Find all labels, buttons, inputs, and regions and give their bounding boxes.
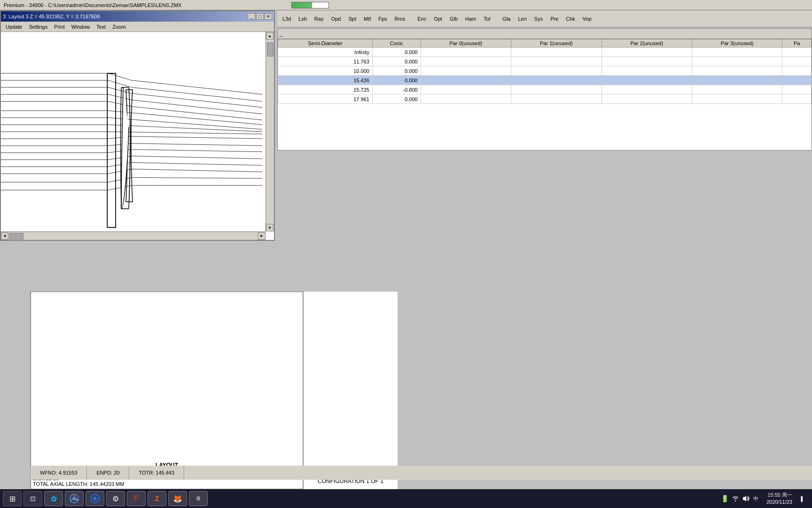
cell-semi-diameter: 15.426 xyxy=(278,76,373,85)
task-view-button[interactable]: ⊡ xyxy=(23,491,42,506)
battery-icon[interactable]: 🔋 xyxy=(721,495,729,502)
cell-par4 xyxy=(782,76,812,85)
cell-par2 xyxy=(601,76,692,85)
chrome-button[interactable] xyxy=(65,491,84,506)
toolbar-btn-spt[interactable]: Spt xyxy=(345,14,359,24)
toolbar-btn-opd[interactable]: Opd xyxy=(328,14,344,24)
svg-point-57 xyxy=(93,497,97,500)
lower-right-panel xyxy=(398,292,812,489)
col-par3: Par 3(unused) xyxy=(692,40,782,48)
col-conic: Conic xyxy=(372,40,421,48)
cell-par3 xyxy=(692,95,782,104)
toolbar-btn-lsh[interactable]: Lsh xyxy=(295,14,310,24)
toolbar-btn-tol[interactable]: Tol xyxy=(480,14,493,24)
progress-bar-container xyxy=(291,2,329,8)
toolbar-btn-glb[interactable]: Glb xyxy=(446,14,461,24)
toolbar-btn-rms[interactable]: Rms xyxy=(391,14,409,24)
fox-button[interactable]: 🦊 xyxy=(168,491,187,506)
table-row[interactable]: Infinity0.000 xyxy=(278,48,812,57)
menu-window[interactable]: Window xyxy=(69,22,93,32)
toolbar-btn-chk[interactable]: Chk xyxy=(562,14,578,24)
table-row[interactable]: 15.4260.000 xyxy=(278,76,812,85)
layout-menubar: Update Settings Print Window Text Zoom xyxy=(1,22,274,32)
maximize-button[interactable]: □ xyxy=(256,13,264,20)
start-button[interactable]: ⊞ xyxy=(3,491,22,506)
svg-point-55 xyxy=(72,497,76,500)
totr-status: TOTR: 145.443 xyxy=(129,466,184,480)
scroll-down-button[interactable]: ▼ xyxy=(266,224,273,231)
cell-par0 xyxy=(421,57,511,66)
table-row[interactable]: 17.9610.000 xyxy=(278,95,812,104)
scroll-thumb-v[interactable] xyxy=(267,42,273,56)
cell-par2 xyxy=(601,66,692,76)
menu-zoom[interactable]: Zoom xyxy=(109,22,128,32)
data-table-header: _ xyxy=(278,29,812,39)
menu-update[interactable]: Update xyxy=(3,22,25,32)
show-desktop-icon[interactable]: ▌ xyxy=(799,495,806,502)
toolbar-btn-len[interactable]: Len xyxy=(515,14,530,24)
toolbar-btn-ray[interactable]: Ray xyxy=(311,14,327,24)
cell-par0 xyxy=(421,66,511,76)
settings-taskbar-button[interactable]: ⚙ xyxy=(106,491,125,506)
toolbar-btn-l3d[interactable]: L3d xyxy=(279,14,294,24)
cell-par3 xyxy=(692,76,782,85)
menu-print[interactable]: Print xyxy=(51,22,68,32)
scroll-thumb-h[interactable] xyxy=(9,233,23,239)
cell-conic: -0.800 xyxy=(372,85,421,95)
powerpoint-button[interactable]: P xyxy=(127,491,146,506)
svg-line-36 xyxy=(108,163,132,167)
table-row[interactable]: 15.725-0.800 xyxy=(278,85,812,95)
minimize-button[interactable]: _ xyxy=(248,13,255,20)
cell-par3 xyxy=(692,66,782,76)
ime-icon[interactable]: 中 xyxy=(752,495,760,502)
zemax-button[interactable]: Z xyxy=(148,491,166,506)
menu-settings[interactable]: Settings xyxy=(26,22,50,32)
toolbar-btn-ham[interactable]: Ham xyxy=(462,14,479,24)
enpd-status: ENPD: 20 xyxy=(87,466,129,480)
scroll-right-button[interactable]: ► xyxy=(258,232,265,240)
axial-length: TOTAL AXIAL LENGTH: 145.44203 MM xyxy=(33,481,301,487)
taskbar-clock[interactable]: 15:55 周一 2020/11/23 xyxy=(763,492,796,506)
minimize-icon[interactable]: _ xyxy=(280,31,282,37)
toolbar-btn-opt[interactable]: Opt xyxy=(430,14,445,24)
cell-conic: 0.000 xyxy=(372,57,421,66)
toolbar-btn-pre[interactable]: Pre xyxy=(547,14,562,24)
lower-right-info: LENS.ZMX CONFIGURATION 1 OF 1 xyxy=(304,292,398,489)
scroll-left-button[interactable]: ◄ xyxy=(1,232,8,240)
cell-par4 xyxy=(782,57,812,66)
layout-vertical-scrollbar[interactable]: ▲ ▼ xyxy=(265,32,274,231)
cell-conic: 0.000 xyxy=(372,48,421,57)
svg-line-14 xyxy=(132,106,262,120)
data-table-window: _ Semi-Diameter Conic Par 0(unused) Par … xyxy=(277,28,812,151)
menu-text[interactable]: Text xyxy=(94,22,109,32)
table-row[interactable]: 11.7630.000 xyxy=(278,57,812,66)
cortana-button[interactable]: ✿ xyxy=(44,491,63,506)
wfno-status: WFNO: 4.91553 xyxy=(31,466,87,480)
chromium-button[interactable] xyxy=(86,491,104,506)
clock-date: 2020/11/23 xyxy=(766,499,792,506)
layout-horizontal-scrollbar[interactable]: ◄ ► xyxy=(1,231,265,240)
other-button[interactable]: ≡ xyxy=(189,491,208,506)
network-icon[interactable] xyxy=(732,495,739,502)
svg-line-10 xyxy=(108,95,132,100)
scroll-up-button[interactable]: ▲ xyxy=(266,32,273,40)
cell-par0 xyxy=(421,85,511,95)
cell-par2 xyxy=(601,95,692,104)
toolbar-btn-gla[interactable]: Gla xyxy=(499,14,514,24)
cell-semi-diameter: 17.961 xyxy=(278,95,373,104)
close-button[interactable]: ✕ xyxy=(265,13,272,20)
svg-line-25 xyxy=(132,136,262,139)
table-row[interactable]: 10.0000.000 xyxy=(278,66,812,76)
toolbar-btn-fps[interactable]: Fps xyxy=(375,14,390,24)
svg-line-33 xyxy=(108,156,132,160)
toolbar-btn-sys[interactable]: Sys xyxy=(531,14,546,24)
col-par0: Par 0(unused) xyxy=(421,40,511,48)
toolbar-btn-mtf[interactable]: Mtf xyxy=(360,14,374,24)
volume-icon[interactable] xyxy=(742,495,750,502)
window-controls: _ □ ✕ xyxy=(248,13,272,20)
cell-par1 xyxy=(511,76,601,85)
cell-conic: 0.000 xyxy=(372,76,421,85)
toolbar-btn-vop[interactable]: Vop xyxy=(579,14,595,24)
toolbar-row: L3dLshRayOpdSptMtfFpsRmsEncOptGlbHamTolG… xyxy=(277,10,812,27)
toolbar-btn-enc[interactable]: Enc xyxy=(414,14,429,24)
